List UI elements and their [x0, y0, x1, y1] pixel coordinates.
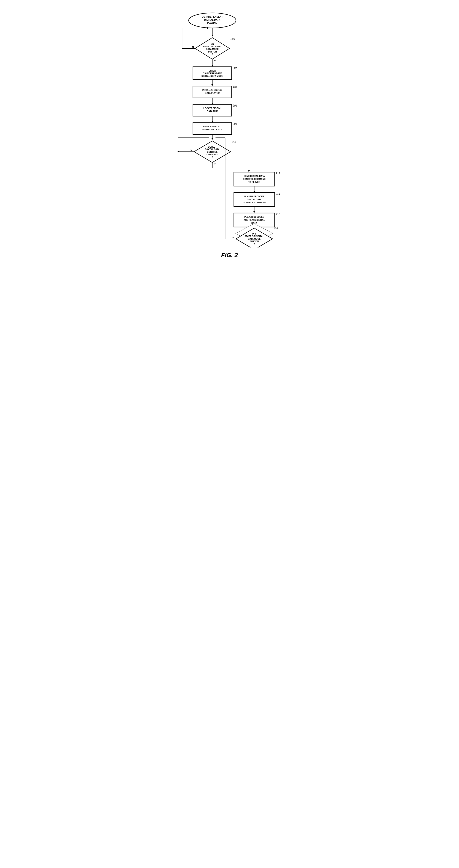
- svg-text:204: 204: [232, 104, 237, 107]
- svg-text:INITIALIZE DIGITAL: INITIALIZE DIGITAL: [202, 89, 222, 91]
- page: OS-INDEPENDENT DIGITAL DATA PLAYING ON S…: [165, 4, 294, 272]
- svg-text:DIGITAL DATA: DIGITAL DATA: [247, 198, 262, 201]
- svg-text:CONTROL COMMAND: CONTROL COMMAND: [243, 178, 265, 180]
- svg-text:?: ?: [211, 156, 213, 158]
- svg-text:ENTER: ENTER: [209, 70, 216, 72]
- svg-text:218: 218: [273, 227, 278, 230]
- flowchart: OS-INDEPENDENT DIGITAL DATA PLAYING ON S…: [169, 11, 290, 247]
- svg-text:?: ?: [211, 53, 213, 56]
- svg-text:210: 210: [231, 141, 236, 144]
- svg-text:200: 200: [230, 37, 235, 40]
- figure-label: FIG. 2: [169, 252, 290, 259]
- svg-text:N: N: [192, 45, 194, 48]
- svg-text:PLAYER DECODES: PLAYER DECODES: [244, 195, 264, 198]
- svg-text:AND PLAYS DIGITAL: AND PLAYS DIGITAL: [244, 219, 265, 221]
- svg-text:CONTROL COMMAND: CONTROL COMMAND: [243, 202, 265, 204]
- svg-text:DIGITAL DATA: DIGITAL DATA: [205, 148, 220, 151]
- svg-text:Y: Y: [214, 163, 216, 166]
- svg-text:LOCATE DIGITAL: LOCATE DIGITAL: [203, 107, 221, 110]
- svg-text:DIGITAL DATA MODE: DIGITAL DATA MODE: [201, 75, 223, 77]
- svg-text:PLAYER DECODES: PLAYER DECODES: [244, 216, 264, 218]
- svg-text:202: 202: [232, 86, 237, 89]
- svg-text:206: 206: [232, 122, 237, 125]
- svg-text:DATA FILE: DATA FILE: [207, 110, 218, 113]
- svg-text:?: ?: [254, 243, 255, 245]
- svg-text:OS-INDEPENDENT: OS-INDEPENDENT: [203, 72, 222, 75]
- svg-text:DIGITAL DATA FILE: DIGITAL DATA FILE: [202, 128, 222, 131]
- svg-text:N: N: [191, 149, 192, 152]
- svg-text:DIGITAL DATA: DIGITAL DATA: [204, 19, 221, 21]
- svg-text:N: N: [232, 236, 234, 239]
- svg-text:DETECT: DETECT: [208, 146, 217, 148]
- svg-text:BUTTON: BUTTON: [208, 51, 217, 53]
- svg-text:BUTTON: BUTTON: [250, 240, 259, 243]
- svg-text:STATE OF DIGITAL: STATE OF DIGITAL: [244, 235, 264, 238]
- svg-text:PLAYING: PLAYING: [207, 22, 218, 24]
- svg-marker-45: [211, 138, 213, 140]
- svg-text:OFF: OFF: [252, 232, 256, 235]
- svg-text:Y: Y: [214, 60, 216, 62]
- svg-text:TO PLAYER: TO PLAYER: [248, 181, 260, 183]
- svg-marker-5: [211, 35, 213, 37]
- svg-text:DATA MODE: DATA MODE: [206, 48, 219, 50]
- svg-text:OPEN AND LOAD: OPEN AND LOAD: [203, 125, 221, 128]
- svg-text:DATA PLAYER: DATA PLAYER: [205, 92, 220, 94]
- svg-text:STATE OF DIGITAL: STATE OF DIGITAL: [203, 45, 222, 48]
- svg-text:212: 212: [275, 172, 280, 175]
- svg-text:OS-INDEPENDENT: OS-INDEPENDENT: [202, 16, 223, 18]
- svg-text:SEND DIGITAL DATA: SEND DIGITAL DATA: [244, 175, 265, 177]
- svg-text:201: 201: [232, 66, 237, 69]
- svg-text:216: 216: [275, 213, 280, 216]
- svg-text:CONTROL: CONTROL: [207, 151, 218, 153]
- svg-text:DATA MODE: DATA MODE: [248, 238, 261, 240]
- svg-text:ON: ON: [211, 43, 214, 45]
- svg-text:214: 214: [275, 192, 280, 195]
- svg-text:COMMAND: COMMAND: [206, 153, 218, 156]
